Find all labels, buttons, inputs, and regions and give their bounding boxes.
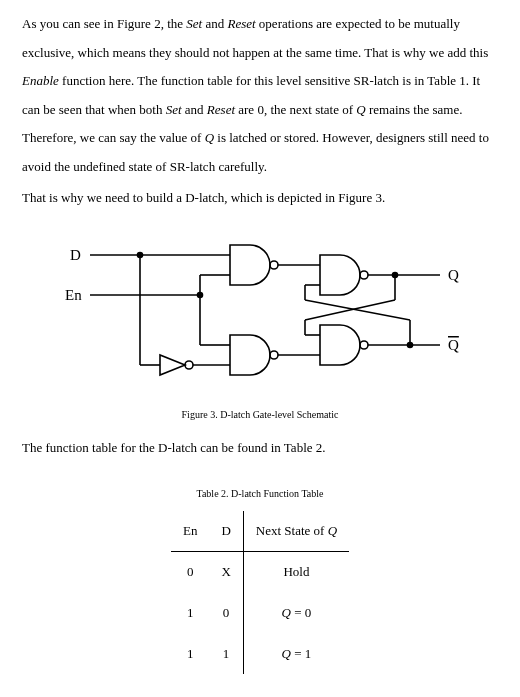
var-q: Q [328, 523, 337, 538]
table-2-caption: Table 2. D-latch Function Table [197, 483, 324, 505]
text: and [182, 102, 207, 117]
term-set: Set [186, 16, 202, 31]
svg-point-11 [270, 261, 278, 269]
label-qbar: Q [448, 337, 459, 353]
label-q: Q [448, 267, 459, 283]
text: Next State of [256, 523, 328, 538]
figure-3: D En Q Q Figure 3. D-latch Gate-level Sc… [22, 230, 498, 426]
term-reset: Reset [227, 16, 255, 31]
svg-marker-8 [160, 355, 185, 375]
function-table: En D Next State of Q 0XHold10Q = 011Q = … [171, 511, 349, 674]
cell-d: 1 [209, 634, 243, 675]
term-reset-2: Reset [207, 102, 235, 117]
table-row: 11Q = 1 [171, 634, 349, 675]
svg-point-12 [270, 351, 278, 359]
label-en: En [65, 287, 82, 303]
label-d: D [70, 247, 81, 263]
var-q: Q [282, 605, 291, 620]
cell-next: Hold [243, 552, 349, 593]
text: and [202, 16, 227, 31]
term-set-2: Set [166, 102, 182, 117]
var-q-1: Q [356, 102, 365, 117]
table-row: 0XHold [171, 552, 349, 593]
paragraph-3: The function table for the D-latch can b… [22, 434, 498, 463]
figure-3-caption: Figure 3. D-latch Gate-level Schematic [182, 404, 339, 426]
svg-point-30 [408, 343, 413, 348]
cell-en: 1 [171, 593, 209, 634]
table-row: 10Q = 0 [171, 593, 349, 634]
var-q: Q [282, 646, 291, 661]
dlatch-schematic-icon: D En Q Q [50, 230, 470, 390]
cell-next: Q = 0 [243, 593, 349, 634]
text: = 1 [291, 646, 311, 661]
cell-en: 1 [171, 634, 209, 675]
text: = 0 [291, 605, 311, 620]
cell-next: Q = 1 [243, 634, 349, 675]
table-header-row: En D Next State of Q [171, 511, 349, 552]
svg-point-27 [138, 253, 143, 258]
svg-point-16 [360, 341, 368, 349]
col-en: En [171, 511, 209, 552]
col-d: D [209, 511, 243, 552]
paragraph-2: That is why we need to build a D-latch, … [22, 184, 498, 213]
text: As you can see in Figure 2, the [22, 16, 186, 31]
svg-point-28 [198, 293, 203, 298]
svg-point-29 [393, 273, 398, 278]
col-next: Next State of Q [243, 511, 349, 552]
document-page: As you can see in Figure 2, the Set and … [0, 0, 520, 697]
var-q-2: Q [205, 130, 214, 145]
cell-d: X [209, 552, 243, 593]
svg-point-15 [360, 271, 368, 279]
text: are 0, the next state of [235, 102, 356, 117]
table-2: Table 2. D-latch Function Table En D Nex… [22, 483, 498, 674]
term-enable: Enable [22, 73, 59, 88]
cell-en: 0 [171, 552, 209, 593]
paragraph-1: As you can see in Figure 2, the Set and … [22, 10, 498, 182]
cell-d: 0 [209, 593, 243, 634]
